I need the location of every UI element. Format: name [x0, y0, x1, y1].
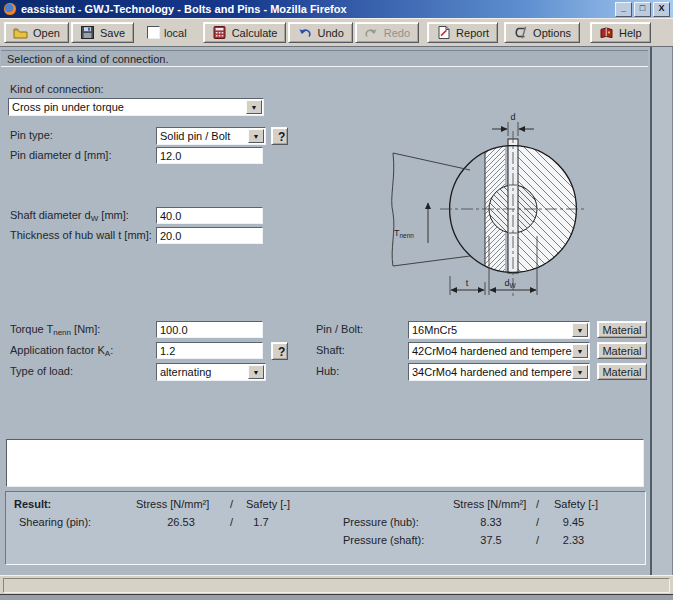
- calculate-button[interactable]: Calculate: [203, 22, 287, 43]
- application-window: eassistant - GWJ-Technology - Bolts and …: [0, 0, 673, 600]
- result-row-label: Pressure (hub):: [343, 516, 419, 528]
- diagram-torque-label: Tnenn: [394, 228, 414, 239]
- title-bar: eassistant - GWJ-Technology - Bolts and …: [0, 0, 673, 18]
- chevron-down-icon[interactable]: [246, 100, 262, 114]
- torque-label: Torque Tnenn [Nm]:: [10, 323, 100, 337]
- save-button[interactable]: Save: [71, 22, 134, 43]
- result-row-label: Shearing (pin):: [19, 516, 91, 528]
- pin-diameter-label: Pin diameter d [mm]:: [10, 149, 111, 161]
- cross-pin-diagram: d t dW Tnenn: [390, 109, 648, 305]
- pin-type-select[interactable]: Solid pin / Bolt: [156, 127, 266, 145]
- help-button-label: Help: [619, 27, 642, 39]
- hub-material-button[interactable]: Material: [597, 363, 647, 380]
- report-button-label: Report: [456, 27, 489, 39]
- calculate-button-label: Calculate: [232, 27, 278, 39]
- shaft-material-select[interactable]: 42CrMo4 hardened and tempered: [408, 342, 590, 360]
- close-button[interactable]: X: [653, 2, 670, 17]
- slash: /: [230, 498, 233, 510]
- pin-bolt-material-button[interactable]: Material: [597, 321, 647, 338]
- status-field: [3, 578, 670, 593]
- hub-material-select[interactable]: 34CrMo4 hardened and tempered: [408, 363, 590, 381]
- minimize-button[interactable]: _: [615, 2, 632, 17]
- hub-wall-input[interactable]: [156, 227, 263, 244]
- undo-arrow-icon: [297, 26, 312, 40]
- pin-bolt-material-label: Pin / Bolt:: [316, 323, 363, 335]
- type-of-load-value: alternating: [160, 365, 249, 380]
- shaft-material-button[interactable]: Material: [597, 342, 647, 359]
- chevron-down-icon[interactable]: [572, 323, 588, 337]
- hub-material-value: 34CrMo4 hardened and tempered: [412, 365, 573, 380]
- results-panel: Result: Stress [N/mm²] / Safety [-] Shea…: [5, 491, 646, 565]
- result-row-safety: 2.33: [551, 534, 596, 546]
- toolbar: Open Save local Calculate Undo: [0, 18, 673, 47]
- shaft-diameter-label: Shaft diameter dW [mm]:: [10, 209, 129, 223]
- chevron-down-icon[interactable]: [572, 365, 588, 379]
- result-row-safety: 1.7: [244, 516, 278, 528]
- chevron-down-icon[interactable]: [248, 129, 264, 143]
- help-button[interactable]: Help: [590, 22, 651, 43]
- report-button[interactable]: Report: [427, 22, 498, 43]
- result-row-stress: 37.5: [461, 534, 521, 546]
- local-checkbox-group: local: [147, 26, 187, 39]
- result-row-safety: 9.45: [551, 516, 596, 528]
- options-button[interactable]: Options: [504, 22, 580, 43]
- safety-header-right: Safety [-]: [554, 498, 598, 510]
- shaft-material-value: 42CrMo4 hardened and tempered: [412, 344, 573, 359]
- floppy-disk-icon: [80, 26, 95, 40]
- undo-button-label: Undo: [317, 27, 343, 39]
- maximize-button[interactable]: □: [634, 2, 651, 17]
- shaft-diameter-input[interactable]: [156, 207, 263, 224]
- message-area: [6, 439, 644, 487]
- redo-button-label: Redo: [384, 27, 410, 39]
- result-row-stress: 26.53: [151, 516, 211, 528]
- pin-type-help-button[interactable]: ?: [271, 127, 288, 145]
- shaft-material-label: Shaft:: [316, 344, 345, 356]
- redo-arrow-icon: [364, 26, 379, 40]
- type-of-load-select[interactable]: alternating: [156, 363, 266, 381]
- local-checkbox-label: local: [164, 27, 187, 39]
- pin-bolt-material-select[interactable]: 16MnCr5: [408, 321, 590, 339]
- result-row-stress: 8.33: [461, 516, 521, 528]
- type-of-load-label: Type of load:: [10, 365, 73, 377]
- diagram-t-label: t: [466, 278, 469, 288]
- kind-of-connection-value: Cross pin under torque: [12, 100, 247, 115]
- slash: /: [230, 516, 233, 528]
- window-title: eassistant - GWJ-Technology - Bolts and …: [21, 3, 615, 15]
- stress-header-left: Stress [N/mm²]: [136, 498, 209, 510]
- local-checkbox[interactable]: [147, 26, 160, 39]
- safety-header-left: Safety [-]: [246, 498, 290, 510]
- application-factor-input[interactable]: [156, 342, 263, 359]
- kind-of-connection-select[interactable]: Cross pin under torque: [8, 98, 264, 116]
- results-title: Result:: [14, 498, 51, 510]
- open-folder-icon: [13, 26, 28, 40]
- scrollbar-gutter[interactable]: [650, 47, 673, 575]
- torque-input[interactable]: [156, 321, 263, 338]
- diagram-d-label: d: [510, 112, 515, 122]
- save-button-label: Save: [100, 27, 125, 39]
- window-bottom-edge: [0, 594, 673, 600]
- result-row-label: Pressure (shaft):: [343, 534, 424, 546]
- options-button-label: Options: [533, 27, 571, 39]
- pin-diameter-input[interactable]: [156, 147, 263, 164]
- chevron-down-icon[interactable]: [572, 344, 588, 358]
- firefox-icon: [3, 2, 17, 16]
- slash: /: [536, 516, 539, 528]
- stress-header-right: Stress [N/mm²]: [453, 498, 526, 510]
- undo-button[interactable]: Undo: [288, 22, 352, 43]
- report-document-icon: [436, 26, 451, 40]
- hub-wall-label: Thickness of hub wall t [mm]:: [10, 229, 152, 241]
- chevron-down-icon[interactable]: [248, 365, 264, 379]
- pin-type-label: Pin type:: [10, 129, 53, 141]
- diagram-dw-label: dW: [504, 278, 516, 289]
- help-book-icon: [599, 26, 614, 40]
- application-factor-help-button[interactable]: ?: [271, 342, 288, 360]
- calculator-icon: [212, 26, 227, 40]
- status-bar: [0, 575, 673, 594]
- application-factor-label: Application factor KA:: [10, 344, 113, 358]
- slash: /: [536, 534, 539, 546]
- options-tool-icon: [513, 26, 528, 40]
- kind-of-connection-label: Kind of connection:: [10, 83, 104, 95]
- open-button-label: Open: [33, 27, 60, 39]
- info-bar: Selection of a kind of connection.: [1, 50, 648, 67]
- open-button[interactable]: Open: [4, 22, 69, 43]
